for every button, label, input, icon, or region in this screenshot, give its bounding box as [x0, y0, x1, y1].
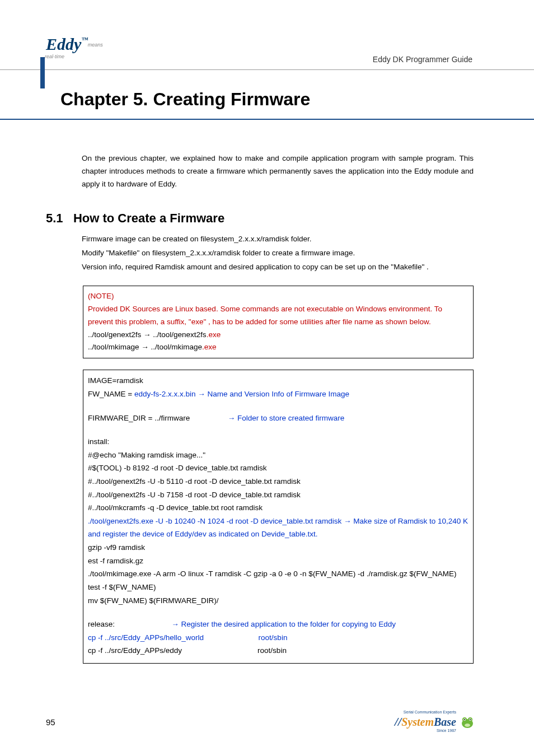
code-l11: #../tool/mkcramfs -q -D device_table.txt…: [88, 501, 469, 515]
section-line-3: Version info, required Ramdisk amount an…: [82, 260, 474, 274]
section-title: 5.1 How to Create a Firmware: [0, 211, 534, 226]
code-l8: #$(TOOL) -b 8192 -d root -D device_table…: [88, 461, 469, 475]
section-line-2: Modify "Makefile" on filesystem_2.x.x.x/…: [82, 246, 474, 260]
section-line-1: Firmware image can be created on filesys…: [82, 232, 474, 246]
code-l4: FIRMWARE_DIR = ../firmware → Folder to s…: [88, 412, 469, 425]
code-box: IMAGE=ramdisk FW_NAME = eddy-fs-2.x.x.x.…: [83, 370, 474, 664]
note-cmd-2a: ../tool/mkimage → ../tool/mkimage: [88, 343, 202, 351]
code-l2b: eddy-fs-2.x.x.x.bin: [134, 390, 196, 398]
code-l9: #../tool/genext2fs -U -b 5110 -d root -D…: [88, 475, 469, 488]
code-l16: test -f $(FW_NAME): [88, 581, 469, 594]
code-l12b: →: [344, 517, 352, 525]
svg-point-7: [465, 724, 470, 727]
code-l13: gzip -vf9 ramdisk: [88, 541, 469, 554]
code-l2c: → Name and Version Info of Firmware Imag…: [195, 390, 349, 398]
code-l4a: FIRMWARE_DIR = ../firmware: [88, 414, 190, 422]
code-l2a: FW_NAME =: [88, 390, 134, 398]
note-label: (NOTE): [88, 290, 469, 303]
note-box: (NOTE) Provided DK Sources are Linux bas…: [83, 286, 474, 359]
code-l12a: ./tool/genext2fs.exe -U -b 10240 -N 1024…: [88, 517, 344, 525]
note-cmd-1: ../tool/genext2fs → ../tool/genext2fs.ex…: [88, 329, 469, 342]
code-l10: #../tool/genext2fs -U -b 7158 -d root -D…: [88, 488, 469, 502]
footer-logo: Serial Communication Experts //SystemBas…: [395, 711, 476, 732]
logo-tm: ™: [81, 36, 88, 44]
frog-icon: [459, 713, 476, 730]
note-text: Provided DK Sources are Linux based. Som…: [88, 303, 469, 329]
code-l18: [88, 607, 469, 618]
logo-sub-2: real-time: [45, 54, 64, 59]
section-heading: How to Create a Firmware: [73, 211, 224, 225]
code-l2: FW_NAME = eddy-fs-2.x.x.x.bin → Name and…: [88, 388, 469, 401]
code-l6: install:: [88, 435, 469, 449]
code-l7: #@echo "Making ramdisk image...": [88, 449, 469, 462]
code-l14: est -f ramdisk.gz: [88, 554, 469, 568]
chapter-title: Chapter 5. Creating Firmware: [0, 70, 534, 120]
accent-bar: [40, 57, 45, 88]
note-cmd-1a: ../tool/genext2fs → ../tool/genext2fs: [88, 330, 207, 339]
code-l21: cp -f ../src/Eddy_APPs/eddy root/sbin: [88, 644, 469, 657]
logo-sub-1: means: [88, 42, 103, 48]
code-l19a: release:: [88, 620, 115, 628]
code-l5: [88, 424, 469, 435]
note-cmd-2b: .exe: [202, 343, 217, 351]
footer-logo-sys: System: [401, 716, 434, 728]
svg-point-5: [464, 719, 465, 720]
code-l3: [88, 401, 469, 412]
code-l19: release: → Register the desired applicat…: [88, 618, 469, 631]
code-l4b: → Folder to store created firmware: [190, 414, 344, 422]
section-body: Firmware image can be created on filesys…: [0, 232, 534, 274]
code-l20: cp -f ../src/Eddy_APPs/hello_world root/…: [88, 631, 469, 645]
footer-slash-icon: //: [395, 715, 401, 729]
logo: Eddy™ means real-time: [46, 35, 107, 64]
page-number: 95: [46, 717, 55, 727]
logo-main: Eddy: [46, 35, 81, 53]
page-header: Eddy™ means real-time Eddy DK Programmer…: [0, 0, 534, 70]
svg-point-6: [470, 719, 471, 720]
code-l1: IMAGE=ramdisk: [88, 374, 469, 388]
footer-tag-1: Serial Communication Experts: [395, 711, 456, 714]
logo-text: Eddy™: [46, 35, 92, 53]
code-l21b: root/sbin: [182, 646, 287, 655]
code-l19b: → Register the desired application to th…: [115, 620, 396, 628]
note-cmd-2: ../tool/mkimage → ../tool/mkimage.exe: [88, 341, 469, 354]
note-cmd-1b: .exe: [207, 330, 221, 339]
code-l12: ./tool/genext2fs.exe -U -b 10240 -N 1024…: [88, 515, 469, 541]
code-l17: mv $(FW_NAME) $(FIRMWARE_DIR)/: [88, 594, 469, 608]
code-l21a: cp -f ../src/Eddy_APPs/eddy: [88, 646, 182, 655]
code-l15: ./tool/mkimage.exe -A arm -O linux -T ra…: [88, 567, 469, 581]
footer-tag-2: Since 1987: [395, 729, 456, 732]
intro-paragraph: On the previous chapter, we explained ho…: [0, 152, 534, 191]
footer-logo-base: Base: [434, 716, 456, 728]
section-number: 5.1: [46, 211, 63, 225]
header-title: Eddy DK Programmer Guide: [373, 55, 472, 64]
